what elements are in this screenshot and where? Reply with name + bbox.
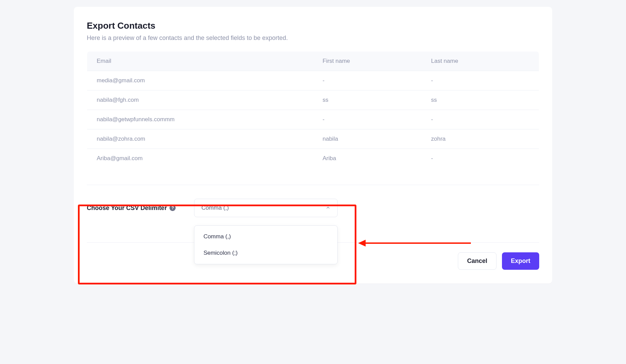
cell-email: nabila@zohra.com (87, 129, 313, 149)
cell-email: nabila@getwpfunnels.commm (87, 110, 313, 129)
cell-email: Ariba@gmail.com (87, 149, 313, 168)
col-email: Email (87, 52, 313, 71)
cell-first-name: - (313, 110, 422, 129)
table-row: nabila@zohra.com nabila zohra (87, 129, 539, 149)
cell-email: media@gmail.com (87, 71, 313, 90)
cell-last-name: zohra (422, 129, 539, 149)
page-subtitle: Here is a preview of a few contacts and … (87, 34, 539, 42)
table-row: nabila@fgh.com ss ss (87, 90, 539, 110)
table-row: Ariba@gmail.com Ariba - (87, 149, 539, 168)
contacts-preview-table: Email First name Last name media@gmail.c… (87, 51, 539, 168)
export-button[interactable]: Export (502, 252, 539, 270)
cell-last-name: ss (422, 90, 539, 110)
delimiter-dropdown: Comma (,) Semicolon (;) (194, 225, 338, 264)
cell-last-name: - (422, 149, 539, 168)
cell-last-name: - (422, 71, 539, 90)
cell-first-name: ss (313, 90, 422, 110)
table-row: nabila@getwpfunnels.commm - - (87, 110, 539, 129)
table-row: media@gmail.com - - (87, 71, 539, 90)
delimiter-label-text: Choose Your CSV Delimiter (87, 205, 167, 212)
cell-email: nabila@fgh.com (87, 90, 313, 110)
help-icon[interactable]: ? (169, 205, 176, 211)
export-contacts-card: Export Contacts Here is a preview of a f… (74, 7, 552, 283)
cell-first-name: Ariba (313, 149, 422, 168)
cell-first-name: nabila (313, 129, 422, 149)
delimiter-section: Choose Your CSV Delimiter ? Comma (,) Co… (87, 199, 539, 217)
cancel-button[interactable]: Cancel (458, 252, 496, 270)
table-header-row: Email First name Last name (87, 52, 539, 71)
cell-first-name: - (313, 71, 422, 90)
cell-last-name: - (422, 110, 539, 129)
delimiter-option-semicolon[interactable]: Semicolon (;) (194, 245, 337, 261)
section-divider (87, 185, 539, 185)
page-title: Export Contacts (87, 20, 539, 31)
chevron-up-icon (326, 205, 330, 211)
col-last-name: Last name (422, 52, 539, 71)
col-first-name: First name (313, 52, 422, 71)
delimiter-label: Choose Your CSV Delimiter ? (87, 205, 176, 212)
delimiter-selected-value: Comma (,) (201, 205, 229, 211)
svg-marker-1 (358, 240, 366, 247)
delimiter-select-wrap: Comma (,) Comma (,) Semicolon (;) (194, 199, 338, 217)
delimiter-select[interactable]: Comma (,) (194, 199, 338, 217)
delimiter-option-comma[interactable]: Comma (,) (194, 228, 337, 245)
annotation-arrow-icon (358, 236, 473, 250)
